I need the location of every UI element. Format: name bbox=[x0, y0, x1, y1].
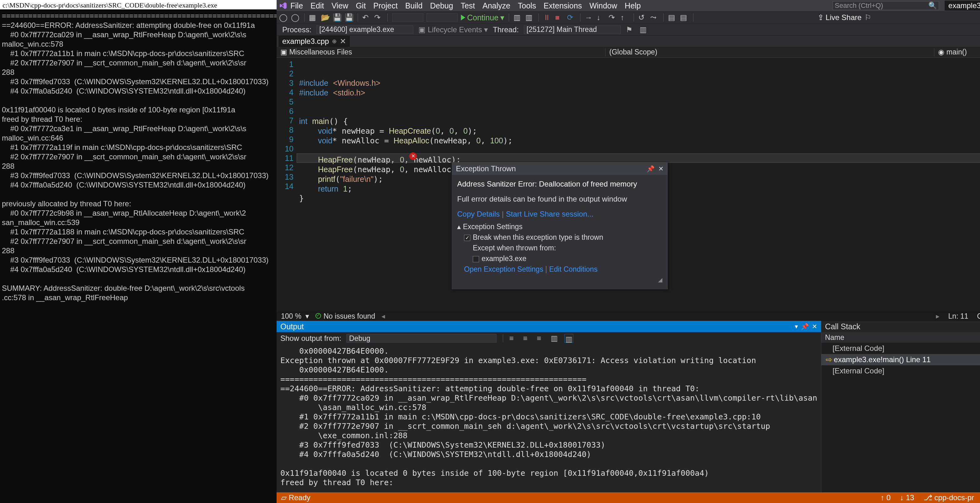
liveshare-icon: ⇪ bbox=[818, 13, 824, 22]
process-combo[interactable]: [244600] example3.exe bbox=[317, 25, 413, 34]
break-all-icon[interactable]: ⏸ bbox=[543, 13, 552, 22]
open-icon[interactable]: 📂 bbox=[321, 13, 329, 22]
dbg-icon-a[interactable]: ↺ bbox=[638, 13, 647, 22]
output-opt1-icon[interactable]: ▥ bbox=[551, 334, 560, 343]
nav-back-icon[interactable]: ◯ bbox=[279, 13, 288, 22]
output-opt2-icon[interactable]: ▥ bbox=[565, 334, 573, 343]
tab-pin-icon[interactable]: ⊕ bbox=[332, 38, 337, 45]
exception-message: Address Sanitizer Error: Deallocation of… bbox=[457, 179, 662, 189]
repo-indicator[interactable]: ⎇ cpp-docs-pr bbox=[924, 493, 974, 502]
search-input[interactable]: Search (Ctrl+Q) 🔍 bbox=[833, 1, 939, 10]
code-editor[interactable]: 1234567891011121314 #include <Windows.h>… bbox=[277, 57, 980, 312]
menu-extensions[interactable]: Extensions bbox=[544, 1, 582, 10]
output-wrap-icon[interactable]: ≡ bbox=[523, 334, 532, 343]
redo-icon[interactable]: ↷ bbox=[374, 13, 383, 22]
continue-button[interactable]: Continue ▾ bbox=[461, 13, 504, 22]
callstack-row[interactable]: ⇨example3.exe!main() Line 11C++ bbox=[821, 354, 980, 365]
break-checkbox[interactable]: ✓ bbox=[464, 235, 470, 241]
nav-fwd-icon[interactable]: ◯ bbox=[291, 13, 300, 22]
lifecycle-events[interactable]: Lifecycle Events bbox=[428, 25, 482, 34]
menu-project[interactable]: Project bbox=[373, 1, 398, 10]
save-all-icon[interactable]: 💾 bbox=[345, 13, 353, 22]
exception-title: Exception Thrown bbox=[456, 164, 516, 173]
menu-debug[interactable]: Debug bbox=[430, 1, 453, 10]
menubar: FileEditViewGitProjectBuildDebugTestAnal… bbox=[277, 0, 980, 11]
issues-indicator[interactable]: No issues found bbox=[315, 312, 375, 320]
tab-close-icon[interactable]: ✕ bbox=[340, 37, 346, 46]
tab-example3[interactable]: example3.cpp ⊕ ✕ bbox=[278, 36, 350, 47]
thread-combo[interactable]: [251272] Main Thread bbox=[524, 25, 621, 34]
output-toggle-icon[interactable]: ≡ bbox=[537, 334, 546, 343]
solution-name[interactable]: example3 bbox=[945, 1, 980, 11]
menu-analyze[interactable]: Analyze bbox=[482, 1, 510, 10]
restart-icon[interactable]: ⟳ bbox=[567, 13, 576, 22]
dbg-icon-b[interactable]: ⤳ bbox=[650, 13, 659, 22]
output-clear-icon[interactable]: ≡ bbox=[509, 334, 518, 343]
callstack-row[interactable]: [External Code] bbox=[821, 343, 980, 354]
output-close-icon[interactable]: ✕ bbox=[812, 323, 817, 330]
menu-help[interactable]: Help bbox=[625, 1, 641, 10]
menu-view[interactable]: View bbox=[331, 1, 348, 10]
pull-indicator[interactable]: ↓ 13 bbox=[900, 493, 914, 502]
main-toolbar: ◯ ◯ ▦ 📂 💾 💾 ↶ ↷ Continue ▾ ▥ ▥ ⏸ ■ ⟳ → ↓… bbox=[277, 11, 980, 24]
callstack-row[interactable]: [External Code] bbox=[821, 365, 980, 377]
push-indicator[interactable]: ↑ 0 bbox=[880, 493, 891, 502]
zoom-combo[interactable]: 100 % ▾ bbox=[281, 312, 309, 320]
feedback-icon[interactable]: ⚐ bbox=[865, 13, 873, 22]
error-glyph-icon[interactable]: ✕ bbox=[409, 153, 417, 160]
visual-studio-window: FileEditViewGitProjectBuildDebugTestAnal… bbox=[277, 0, 980, 503]
popup-close-icon[interactable]: ✕ bbox=[658, 165, 663, 172]
nav-scope[interactable]: (Global Scope) bbox=[605, 48, 934, 56]
col-indicator: Ch: 1 bbox=[977, 312, 980, 320]
edit-conditions-link[interactable]: Edit Conditions bbox=[549, 265, 598, 273]
next-statement-icon[interactable]: → bbox=[585, 13, 593, 22]
popup-pin-icon[interactable]: 📌 bbox=[647, 165, 655, 172]
editor-statusbar: 100 % ▾ No issues found ◂ ▸ Ln: 11 Ch: 1… bbox=[277, 312, 980, 321]
dbg-icon-2[interactable]: ▥ bbox=[525, 13, 534, 22]
menu-build[interactable]: Build bbox=[405, 1, 423, 10]
code-navbar: ▣ Miscellaneous Files (Global Scope) ◉ m… bbox=[277, 47, 980, 57]
nav-project[interactable]: ▣ Miscellaneous Files bbox=[277, 48, 605, 56]
step-over-icon[interactable]: ↷ bbox=[609, 13, 617, 22]
menu-git[interactable]: Git bbox=[356, 1, 366, 10]
output-pin-icon[interactable]: 📌 bbox=[801, 323, 809, 330]
menu-tools[interactable]: Tools bbox=[518, 1, 536, 10]
open-exception-settings-link[interactable]: Open Exception Settings bbox=[464, 265, 543, 273]
undo-icon[interactable]: ↶ bbox=[362, 13, 371, 22]
step-into-icon[interactable]: ↓ bbox=[597, 13, 605, 22]
stop-icon[interactable]: ■ bbox=[555, 13, 564, 22]
menu-edit[interactable]: Edit bbox=[310, 1, 324, 10]
line-indicator: Ln: 11 bbox=[948, 312, 969, 320]
platform-combo[interactable] bbox=[426, 13, 458, 22]
config-combo[interactable] bbox=[392, 13, 423, 22]
show-output-combo[interactable]: Debug bbox=[346, 334, 496, 343]
menu-test[interactable]: Test bbox=[461, 1, 475, 10]
ready-indicator: ▱ Ready bbox=[281, 493, 310, 502]
save-icon[interactable]: 💾 bbox=[332, 13, 341, 22]
new-item-icon[interactable]: ▦ bbox=[309, 13, 318, 22]
dbg-icon-c[interactable]: ▤ bbox=[668, 13, 677, 22]
liveshare-button[interactable]: ⇪Live Share bbox=[818, 13, 862, 22]
module-checkbox[interactable] bbox=[473, 256, 479, 262]
dbg-icon-1[interactable]: ▥ bbox=[514, 13, 522, 22]
flag-icon[interactable]: ⚑ bbox=[626, 25, 635, 34]
callstack-panel: Call Stack ▾ 📌 ✕ Name Lang [External Cod… bbox=[821, 321, 980, 492]
nav-member[interactable]: ◉ main() bbox=[934, 48, 980, 56]
dbg-icon-d[interactable]: ▤ bbox=[680, 13, 689, 22]
copy-details-link[interactable]: Copy Details bbox=[457, 210, 500, 218]
menu-file[interactable]: File bbox=[290, 1, 303, 10]
process-label: Process: bbox=[282, 25, 311, 34]
output-text[interactable]: 0x00000427B64E0000. Exception thrown at … bbox=[277, 345, 821, 492]
output-dropdown-icon[interactable]: ▾ bbox=[795, 323, 798, 330]
menu-window[interactable]: Window bbox=[590, 1, 617, 10]
stackframe-icon[interactable]: ▥ bbox=[640, 25, 648, 34]
line-gutter: 1234567891011121314 bbox=[277, 57, 297, 312]
callstack-title: Call Stack bbox=[825, 322, 861, 331]
console-output[interactable]: ========================================… bbox=[0, 10, 277, 304]
step-out-icon[interactable]: ↑ bbox=[620, 13, 629, 22]
callstack-col-name[interactable]: Name bbox=[825, 333, 980, 342]
exception-settings-toggle[interactable]: ▴ Exception Settings bbox=[457, 221, 662, 232]
search-placeholder: Search (Ctrl+Q) bbox=[835, 2, 883, 10]
search-icon: 🔍 bbox=[928, 2, 937, 10]
start-liveshare-link[interactable]: Start Live Share session... bbox=[506, 210, 593, 218]
